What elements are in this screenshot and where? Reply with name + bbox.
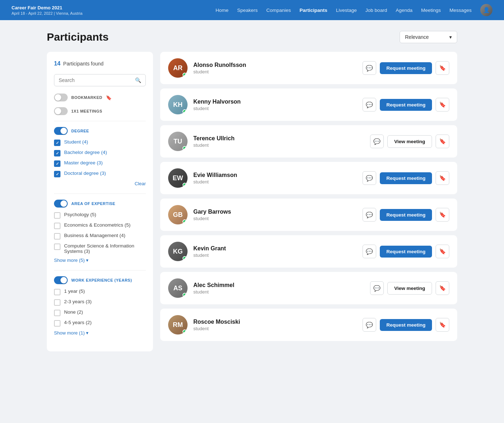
checkbox-item[interactable]: Student (4): [54, 139, 146, 146]
chat-button[interactable]: 💬: [363, 245, 376, 258]
user-avatar[interactable]: 👤: [480, 4, 492, 16]
search-icon: 🔍: [135, 77, 141, 83]
request-meeting-button[interactable]: Request meeting: [380, 99, 432, 111]
checkbox-box: [54, 171, 60, 177]
participant-role: student: [193, 106, 357, 111]
bookmark-button[interactable]: 🔖: [436, 245, 449, 258]
nav-item-participants[interactable]: Participants: [300, 8, 327, 13]
participant-info: Kenny Halvorson student: [193, 99, 357, 111]
checkbox-label: Student (4): [64, 139, 88, 145]
nav-item-meetings[interactable]: Meetings: [421, 8, 441, 13]
show-more-expertise[interactable]: Show more (5) ▾: [54, 258, 146, 263]
participant-role: student: [193, 289, 364, 295]
checkbox-item[interactable]: 1 year (5): [54, 288, 146, 295]
participant-avatar: KH: [168, 95, 188, 114]
checkbox-item[interactable]: Doctoral degree (3): [54, 170, 146, 177]
checkbox-label: Psychology (5): [64, 212, 96, 217]
bookmark-button[interactable]: 🔖: [436, 135, 449, 148]
search-box[interactable]: 🔍: [54, 74, 146, 86]
work-exp-toggle[interactable]: [54, 276, 68, 284]
participant-avatar: KG: [168, 242, 188, 261]
checkbox-item[interactable]: 2-3 years (3): [54, 299, 146, 306]
participant-info: Alec Schimmel student: [193, 282, 364, 295]
degree-section: DEGREE Student (4)Bachelor degree (4)Mas…: [54, 127, 146, 186]
online-status-dot: [183, 329, 187, 334]
request-meeting-button[interactable]: Request meeting: [380, 209, 432, 221]
participant-name: Alec Schimmel: [193, 282, 364, 288]
chat-button[interactable]: 💬: [363, 171, 376, 185]
checkbox-item[interactable]: Computer Science & Information Systems (…: [54, 243, 146, 254]
checkbox-label: Economics & Econometrics (5): [64, 222, 131, 228]
participant-info: Kevin Grant student: [193, 245, 357, 258]
checkbox-label: Master degree (3): [64, 160, 103, 165]
work-exp-options: 1 year (5)2-3 years (3)None (2)4-5 years…: [54, 288, 146, 327]
checkbox-item[interactable]: None (2): [54, 309, 146, 316]
degree-toggle[interactable]: [54, 127, 68, 135]
show-more-work[interactable]: Show more (1) ▾: [54, 330, 146, 336]
chevron-down-icon: ▾: [86, 258, 89, 263]
meetings-toggle[interactable]: [54, 107, 68, 115]
request-meeting-button[interactable]: Request meeting: [380, 172, 432, 184]
request-meeting-button[interactable]: Request meeting: [380, 246, 432, 258]
chat-button[interactable]: 💬: [363, 98, 376, 112]
bookmark-button[interactable]: 🔖: [436, 61, 449, 75]
divider-2: [54, 194, 146, 194]
participant-avatar: TU: [168, 132, 188, 151]
checkbox-item[interactable]: Economics & Econometrics (5): [54, 222, 146, 229]
nav-item-messages[interactable]: Messages: [449, 8, 472, 13]
checkbox-box: [54, 233, 60, 240]
nav-item-companies[interactable]: Companies: [266, 8, 291, 13]
bookmark-button[interactable]: 🔖: [436, 281, 449, 295]
bookmark-button[interactable]: 🔖: [436, 208, 449, 222]
clear-button[interactable]: Clear: [54, 181, 146, 186]
checkbox-label: Computer Science & Information Systems (…: [64, 243, 146, 254]
work-exp-label: WORK EXPERIENCE (YEARS): [71, 278, 132, 282]
participant-avatar: EW: [168, 168, 188, 188]
expertise-label: AREA OF EXPERTISE: [71, 201, 115, 206]
search-input[interactable]: [59, 77, 132, 83]
checkbox-item[interactable]: Business & Management (4): [54, 233, 146, 240]
event-name: Career Fair Demo 2021: [12, 5, 82, 10]
checkbox-item[interactable]: Master degree (3): [54, 160, 146, 167]
header-nav: HomeSpeakersCompaniesParticipantsLivesta…: [216, 4, 492, 16]
chat-button[interactable]: 💬: [370, 135, 384, 148]
request-meeting-button[interactable]: Request meeting: [380, 62, 432, 74]
request-meeting-button[interactable]: Request meeting: [380, 319, 432, 331]
checkbox-item[interactable]: 4-5 years (2): [54, 320, 146, 327]
sort-dropdown[interactable]: Relevance ▾: [400, 31, 457, 43]
view-meeting-button[interactable]: View meeting: [387, 135, 432, 148]
participant-avatar: RM: [168, 315, 188, 335]
nav-item-livestage[interactable]: Livestage: [336, 8, 357, 13]
expertise-toggle[interactable]: [54, 200, 68, 208]
checkbox-item[interactable]: Bachelor degree (4): [54, 150, 146, 156]
participant-card: TU Terence Ullrich student 💬 View meetin…: [160, 125, 457, 158]
checkbox-box: [54, 212, 60, 219]
checkbox-label: 2-3 years (3): [64, 299, 92, 304]
participant-card: AS Alec Schimmel student 💬 View meeting …: [160, 272, 457, 304]
participant-info: Terence Ullrich student: [193, 135, 364, 148]
participant-card: AR Alonso Runolfsson student 💬 Request m…: [160, 52, 457, 84]
participant-role: student: [193, 69, 357, 74]
participant-name: Kenny Halvorson: [193, 99, 357, 105]
expertise-section-header: AREA OF EXPERTISE: [54, 200, 146, 208]
nav-item-speakers[interactable]: Speakers: [237, 8, 258, 13]
chat-button[interactable]: 💬: [363, 208, 376, 222]
chat-button[interactable]: 💬: [363, 318, 376, 332]
participant-avatar: GB: [168, 205, 188, 224]
view-meeting-button[interactable]: View meeting: [387, 282, 432, 295]
bookmark-button[interactable]: 🔖: [436, 318, 449, 332]
event-date: April 18 - April 22, 2022 | Vienna, Aust…: [12, 11, 82, 15]
bookmark-button[interactable]: 🔖: [436, 171, 449, 185]
chat-button[interactable]: 💬: [370, 281, 384, 295]
checkbox-item[interactable]: Psychology (5): [54, 212, 146, 219]
header: Career Fair Demo 2021 April 18 - April 2…: [0, 0, 504, 20]
chevron-down-icon: ▾: [86, 330, 89, 336]
chat-button[interactable]: 💬: [363, 61, 376, 75]
chevron-down-icon: ▾: [449, 34, 452, 40]
nav-item-home[interactable]: Home: [216, 8, 229, 13]
nav-item-agenda[interactable]: Agenda: [396, 8, 413, 13]
bookmarked-toggle[interactable]: [54, 94, 68, 101]
sidebar: 14 Participants found 🔍 BOOKMARKED 🔖 1X1…: [47, 52, 153, 351]
bookmark-button[interactable]: 🔖: [436, 98, 449, 112]
nav-item-job-board[interactable]: Job board: [365, 8, 387, 13]
